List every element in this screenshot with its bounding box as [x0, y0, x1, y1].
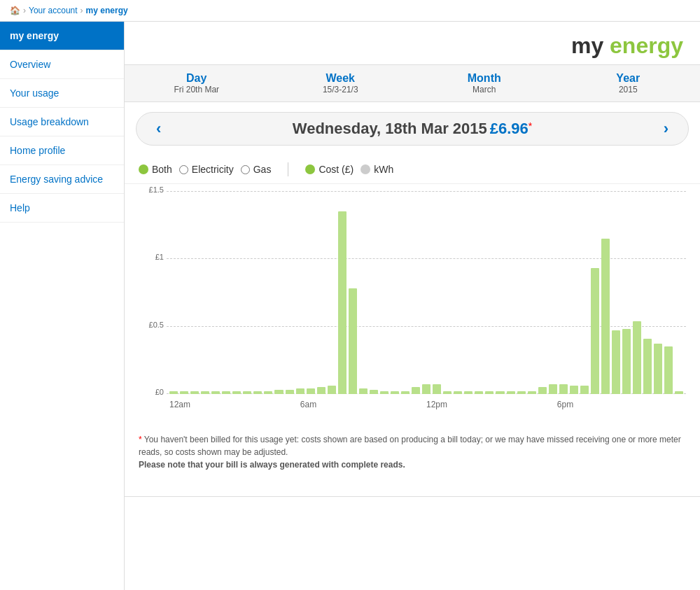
bottom-border	[125, 496, 700, 497]
sidebar-item-home-profile[interactable]: Home profile	[0, 136, 124, 165]
bar-6	[232, 391, 241, 394]
bar-32	[507, 391, 515, 394]
bar-4	[211, 391, 220, 394]
chart-area: £1.5£1£0.5£0 12am6am12pm6pm	[125, 184, 700, 415]
sidebar-item-overview[interactable]: Overview	[0, 50, 124, 79]
footnote-text2: Please note that your bill is always gen…	[139, 460, 405, 470]
bar-3	[201, 391, 209, 394]
bar-31	[496, 391, 504, 394]
bar-45	[643, 339, 652, 394]
tab-label-week: Week	[269, 72, 413, 85]
bar-38	[570, 386, 578, 394]
bar-1	[180, 391, 188, 394]
tab-label-day: Day	[125, 72, 269, 85]
bar-19	[370, 390, 378, 394]
tab-label-month: Month	[412, 72, 556, 85]
kwh-dot	[360, 164, 370, 174]
home-icon: 🏠	[10, 6, 20, 15]
bar-15	[328, 386, 336, 394]
bar-2	[190, 391, 199, 394]
sidebar-item-usage-breakdown[interactable]: Usage breakdown	[0, 108, 124, 136]
filter-divider	[288, 162, 288, 176]
bar-20	[380, 391, 388, 394]
period-tab-month[interactable]: Month March	[412, 65, 556, 101]
date-nav: ‹ Wednesday, 18th Mar 2015 £6.96* ›	[136, 112, 689, 146]
bar-39	[580, 386, 589, 394]
brand-area: my energy	[125, 22, 700, 64]
radio-electricity[interactable]	[179, 165, 188, 174]
bar-35	[538, 387, 547, 394]
type-filter-electricity[interactable]: Electricity	[179, 164, 234, 175]
bar-22	[401, 391, 410, 394]
footnote-asterisk: *	[139, 435, 142, 444]
y-label-1: £1	[137, 253, 164, 261]
sidebar-item-energy-saving-advice[interactable]: Energy saving advice	[0, 165, 124, 194]
unit-filter-kwh[interactable]: kWh	[360, 164, 393, 175]
filter-label-gas: Gas	[253, 164, 272, 175]
date-cost: £6.96	[490, 120, 528, 137]
bar-48	[675, 391, 683, 394]
type-filter-group: Both Electricity Gas	[139, 164, 271, 175]
sidebar-item-help[interactable]: Help	[0, 194, 124, 223]
bar-10	[274, 390, 283, 394]
bar-27	[454, 391, 462, 394]
prev-arrow[interactable]: ‹	[150, 120, 167, 138]
bar-28	[464, 391, 472, 394]
period-tab-year[interactable]: Year 2015	[556, 65, 701, 101]
unit-filter-group: Cost (£) kWh	[305, 164, 393, 175]
bar-13	[307, 388, 315, 394]
bar-37	[559, 384, 568, 394]
period-tab-day[interactable]: Day Fri 20th Mar	[125, 65, 269, 101]
type-filter-both[interactable]: Both	[139, 164, 172, 175]
bar-11	[286, 390, 294, 394]
filter-row: Both Electricity Gas Cost (£) kWh	[125, 155, 700, 184]
bar-40	[591, 268, 599, 394]
green-dot	[139, 164, 148, 174]
sidebar-item-my-energy[interactable]: my energy	[0, 22, 124, 50]
period-tab-week[interactable]: Week 15/3-21/3	[269, 65, 413, 101]
bar-33	[517, 391, 526, 394]
bar-17	[349, 288, 357, 394]
breadcrumb: 🏠 › Your account › my energy	[0, 0, 700, 22]
bar-42	[612, 330, 620, 394]
radio-gas[interactable]	[241, 165, 250, 174]
bar-21	[391, 391, 399, 394]
bar-16	[338, 211, 346, 394]
tab-sublabel-year: 2015	[556, 85, 701, 94]
brand: my energy	[571, 33, 683, 58]
y-label-3: £0	[137, 388, 164, 396]
filter-label-electricity: Electricity	[192, 164, 234, 175]
unit-filter-cost[interactable]: Cost (£)	[305, 164, 354, 175]
bar-5	[222, 391, 230, 394]
bar-29	[475, 391, 483, 394]
cost-asterisk: *	[528, 120, 532, 132]
tab-sublabel-month: March	[412, 85, 556, 94]
sidebar: my energyOverviewYour usageUsage breakdo…	[0, 22, 125, 590]
bar-46	[654, 344, 662, 394]
brand-my: my	[571, 33, 610, 58]
tab-label-year: Year	[556, 72, 701, 85]
x-label-1: 6am	[300, 395, 316, 415]
footnote: * You haven't been billed for this usage…	[125, 422, 700, 482]
chart-container: £1.5£1£0.5£0 12am6am12pm6pm	[167, 191, 686, 415]
bar-12	[296, 388, 304, 394]
period-tabs: Day Fri 20th MarWeek 15/3-21/3Month Marc…	[125, 64, 700, 102]
type-filter-gas[interactable]: Gas	[241, 164, 272, 175]
bar-7	[243, 391, 251, 394]
account-link[interactable]: Your account	[29, 6, 78, 15]
bar-36	[549, 384, 557, 394]
main-content: my energy Day Fri 20th MarWeek 15/3-21/3…	[125, 22, 700, 590]
bar-30	[485, 391, 493, 394]
bar-43	[622, 329, 631, 394]
x-labels: 12am6am12pm6pm	[167, 395, 686, 415]
bar-24	[422, 384, 430, 394]
next-arrow[interactable]: ›	[658, 120, 674, 138]
date-display: Wednesday, 18th Mar 2015 £6.96*	[293, 120, 532, 138]
x-label-0: 12am	[169, 395, 190, 415]
cost-dot	[305, 164, 315, 174]
sidebar-item-your-usage[interactable]: Your usage	[0, 79, 124, 108]
bar-44	[633, 321, 641, 394]
y-label-0: £1.5	[137, 185, 164, 194]
date-title: Wednesday, 18th Mar 2015	[293, 120, 487, 137]
footnote-text1: You haven't been billed for this usage y…	[139, 435, 681, 457]
